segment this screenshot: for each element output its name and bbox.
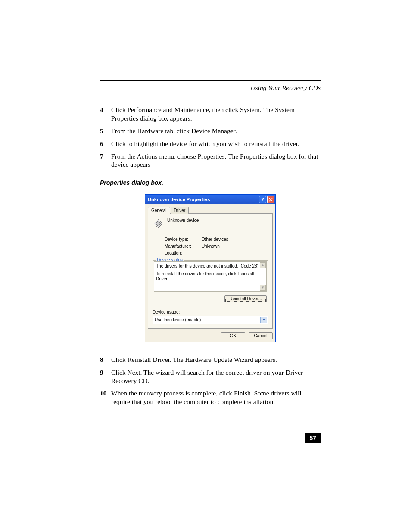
step-number: 7 bbox=[100, 152, 111, 169]
steps-after-figure: 8 Click Reinstall Driver. The Hardware U… bbox=[100, 355, 321, 406]
step-number: 5 bbox=[100, 127, 111, 135]
help-icon: ? bbox=[261, 197, 264, 202]
device-usage-label: Device usage: bbox=[153, 310, 268, 315]
window-title: Unknown device Properties bbox=[148, 197, 258, 202]
steps-before-figure: 4 Click Performance and Maintenance, the… bbox=[100, 106, 321, 168]
cancel-button[interactable]: Cancel bbox=[249, 332, 273, 339]
step-10: 10 When the recovery process is complete… bbox=[100, 389, 321, 406]
tabstrip: General Driver bbox=[148, 206, 273, 214]
reinstall-driver-button[interactable]: Reinstall Driver... bbox=[224, 295, 267, 302]
step-5: 5 From the Hardware tab, click Device Ma… bbox=[100, 127, 321, 135]
step-text: Click to highlight the device for which … bbox=[111, 140, 321, 148]
tab-label: General bbox=[151, 208, 167, 213]
info-location: Location: bbox=[165, 251, 268, 256]
figure-dialog: Unknown device Properties ? General bbox=[100, 194, 321, 342]
device-name: Unknown device bbox=[167, 218, 199, 223]
ok-button[interactable]: OK bbox=[221, 332, 245, 339]
step-number: 10 bbox=[100, 389, 111, 406]
step-text: Click Performance and Maintenance, then … bbox=[111, 106, 321, 122]
rule-bottom bbox=[100, 444, 321, 444]
rule-top bbox=[100, 80, 321, 81]
info-key: Manufacturer: bbox=[165, 244, 202, 249]
status-line-2: To reinstall the drivers for this device… bbox=[156, 271, 259, 282]
chevron-down-icon: ▼ bbox=[261, 285, 265, 290]
reinstall-row: Reinstall Driver... bbox=[154, 295, 267, 302]
step-number: 4 bbox=[100, 106, 111, 122]
info-device-type: Device type: Other devices bbox=[165, 237, 268, 242]
label-rest: evice usage: bbox=[156, 310, 180, 314]
chevron-down-icon: ▼ bbox=[262, 317, 266, 323]
step-number: 9 bbox=[100, 368, 111, 385]
tab-panel-general: Unknown device Device type: Other device… bbox=[148, 213, 273, 329]
info-key: Location: bbox=[165, 251, 202, 256]
info-value: Unknown bbox=[202, 244, 220, 249]
tab-label: Driver bbox=[174, 208, 186, 213]
status-line-1: The drivers for this device are not inst… bbox=[156, 264, 259, 269]
info-value: Other devices bbox=[202, 237, 228, 242]
properties-dialog: Unknown device Properties ? General bbox=[145, 194, 276, 342]
device-info: Device type: Other devices Manufacturer:… bbox=[165, 237, 268, 256]
tab-driver[interactable]: Driver bbox=[171, 207, 189, 214]
button-label: Reinstall Driver... bbox=[229, 296, 262, 301]
scroll-down-button[interactable]: ▼ bbox=[260, 285, 266, 291]
step-4: 4 Click Performance and Maintenance, the… bbox=[100, 106, 321, 122]
close-button[interactable] bbox=[267, 196, 274, 203]
button-label: Cancel bbox=[254, 333, 267, 338]
step-7: 7 From the Actions menu, choose Properti… bbox=[100, 152, 321, 169]
step-6: 6 Click to highlight the device for whic… bbox=[100, 140, 321, 148]
chevron-up-icon: ▲ bbox=[261, 263, 265, 268]
step-text: From the Hardware tab, click Device Mana… bbox=[111, 127, 321, 135]
dialog-body: General Driver Unknown bbox=[145, 204, 275, 342]
device-icon bbox=[153, 218, 164, 229]
select-value: Use this device (enable) bbox=[155, 317, 201, 323]
step-9: 9 Click Next. The wizard will search for… bbox=[100, 368, 321, 385]
dialog-footer: OK Cancel bbox=[148, 332, 273, 339]
step-text: Click Next. The wizard will search for t… bbox=[111, 368, 321, 385]
close-icon bbox=[269, 198, 273, 202]
step-text: Click Reinstall Driver. The Hardware Upd… bbox=[111, 355, 321, 364]
help-button[interactable]: ? bbox=[259, 196, 266, 203]
step-text: From the Actions menu, choose Properties… bbox=[111, 152, 321, 169]
info-manufacturer: Manufacturer: Unknown bbox=[165, 244, 268, 249]
device-header: Unknown device bbox=[153, 218, 268, 229]
figure-caption: Properties dialog box. bbox=[100, 179, 321, 187]
device-status-group: Device status The drivers for this devic… bbox=[153, 260, 268, 305]
tab-general[interactable]: General bbox=[148, 207, 170, 214]
dropdown-arrow[interactable]: ▼ bbox=[260, 317, 267, 323]
step-text: When the recovery process is complete, c… bbox=[111, 389, 321, 406]
titlebar[interactable]: Unknown device Properties ? bbox=[145, 195, 275, 204]
button-label: OK bbox=[230, 333, 236, 338]
step-8: 8 Click Reinstall Driver. The Hardware U… bbox=[100, 355, 321, 364]
page-number: 57 bbox=[305, 433, 321, 443]
running-head: Using Your Recovery CDs bbox=[100, 84, 321, 92]
device-status-text: The drivers for this device are not inst… bbox=[154, 261, 267, 292]
page-57: Using Your Recovery CDs 4 Click Performa… bbox=[0, 0, 411, 532]
device-usage-select[interactable]: Use this device (enable) ▼ bbox=[153, 316, 268, 324]
scroll-up-button[interactable]: ▲ bbox=[260, 262, 266, 268]
step-number: 6 bbox=[100, 140, 111, 148]
step-number: 8 bbox=[100, 355, 111, 364]
info-key: Device type: bbox=[165, 237, 202, 242]
